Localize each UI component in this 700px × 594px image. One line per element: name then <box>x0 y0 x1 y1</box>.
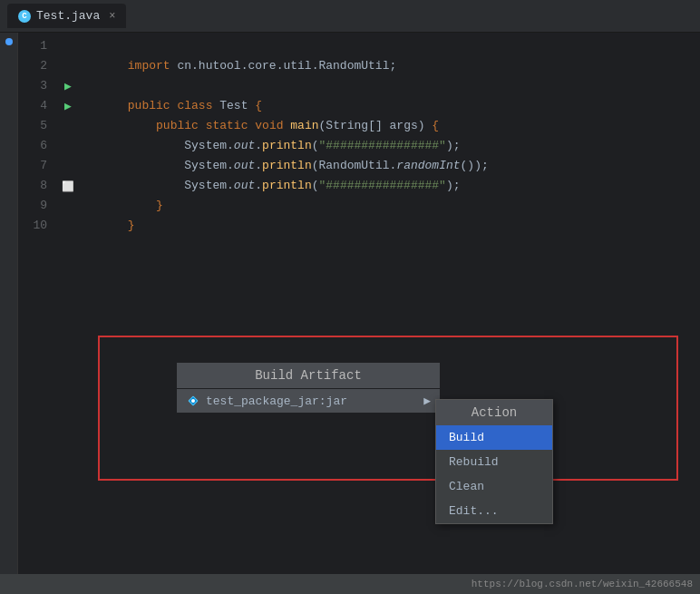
sidebar-dot <box>5 38 13 45</box>
code-line-3: public class Test { <box>85 76 700 96</box>
action-submenu: Action Build Rebuild Clean Edit... <box>435 399 553 524</box>
action-item-rebuild[interactable]: Rebuild <box>436 450 552 474</box>
run-class-icon[interactable]: ▶ <box>64 79 72 93</box>
gutter-line-5 <box>54 116 82 136</box>
code-editor[interactable]: import cn.hutool.core.util.RandomUtil; p… <box>82 33 700 574</box>
artifact-arrow-icon: ▶ <box>423 394 431 408</box>
file-tab[interactable]: C Test.java × <box>7 4 126 28</box>
svg-point-2 <box>191 399 195 403</box>
artifact-item[interactable]: test_package_jar:jar ▶ <box>177 389 440 413</box>
sidebar-left <box>0 33 18 574</box>
gutter-run-4[interactable]: ▶ <box>54 96 82 116</box>
gutter-line-10 <box>54 216 82 236</box>
action-item-build[interactable]: Build <box>436 425 552 450</box>
line-numbers: 1 2 3 4 5 6 7 8 9 10 <box>18 33 54 574</box>
tab-filename: Test.java <box>36 9 100 23</box>
build-artifact-header: Build Artifact <box>177 363 440 388</box>
action-item-clean[interactable]: Clean <box>436 474 552 499</box>
file-type-icon: C <box>18 10 31 23</box>
code-line-10 <box>85 216 700 236</box>
gutter-line-9 <box>54 196 82 216</box>
gutter-line-6 <box>54 136 82 156</box>
gutter-line-2 <box>54 56 82 76</box>
title-bar: C Test.java × <box>0 0 700 33</box>
status-url: https://blog.csdn.net/weixin_42666548 <box>472 579 693 589</box>
status-bar: https://blog.csdn.net/weixin_42666548 <box>0 574 700 594</box>
tab-close-button[interactable]: × <box>109 10 115 23</box>
gutter-bookmark-8: ⬜ <box>54 176 82 196</box>
action-item-edit[interactable]: Edit... <box>436 499 552 523</box>
code-line-1: import cn.hutool.core.util.RandomUtil; <box>85 36 700 56</box>
artifact-package-icon <box>186 394 200 408</box>
gutter-run-3[interactable]: ▶ <box>54 76 82 96</box>
build-artifact-popup: Build Artifact test_package_jar:jar ▶ <box>177 363 440 413</box>
artifact-item-label: test_package_jar:jar <box>206 394 347 408</box>
gutter: ▶ ▶ ⬜ <box>54 33 82 574</box>
gutter-line-1 <box>54 36 82 56</box>
code-line-9: } <box>85 196 700 216</box>
action-header: Action <box>436 400 552 425</box>
run-main-icon[interactable]: ▶ <box>64 99 72 113</box>
editor-container: 1 2 3 4 5 6 7 8 9 10 ▶ ▶ ⬜ import cn.hut… <box>0 33 700 574</box>
gutter-line-7 <box>54 156 82 176</box>
bookmark-icon: ⬜ <box>62 180 74 192</box>
